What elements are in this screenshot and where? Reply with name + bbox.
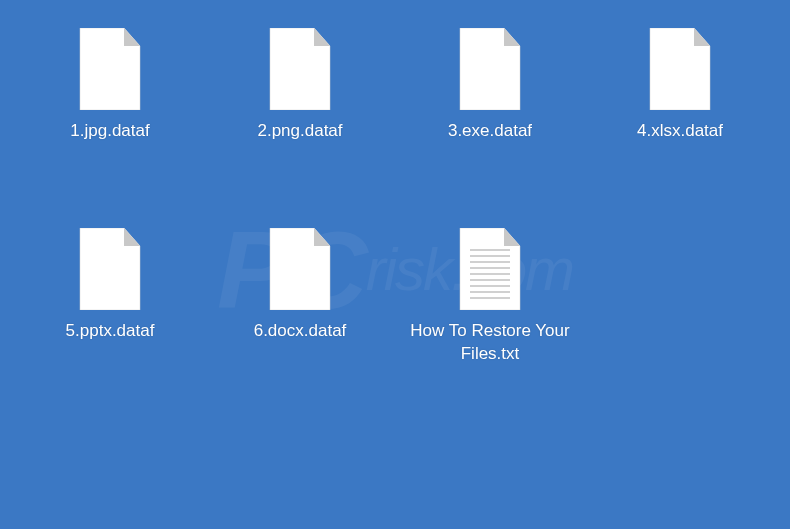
file-label: 6.docx.dataf <box>254 320 347 343</box>
file-item[interactable]: How To Restore Your Files.txt <box>400 228 580 428</box>
file-item[interactable]: 2.png.dataf <box>210 28 390 228</box>
file-label: 5.pptx.dataf <box>66 320 155 343</box>
blank-file-icon <box>458 28 522 110</box>
file-item[interactable]: 6.docx.dataf <box>210 228 390 428</box>
file-label: 3.exe.dataf <box>448 120 532 143</box>
file-item[interactable]: 1.jpg.dataf <box>20 28 200 228</box>
blank-file-icon <box>78 228 142 310</box>
desktop-area: 1.jpg.dataf 2.png.dataf 3.exe.dataf <box>0 0 790 428</box>
file-label: 2.png.dataf <box>257 120 342 143</box>
blank-file-icon <box>648 28 712 110</box>
file-label: 1.jpg.dataf <box>70 120 149 143</box>
file-item[interactable]: 4.xlsx.dataf <box>590 28 770 228</box>
file-label: 4.xlsx.dataf <box>637 120 723 143</box>
text-file-icon <box>458 228 522 310</box>
file-item[interactable]: 5.pptx.dataf <box>20 228 200 428</box>
file-item[interactable]: 3.exe.dataf <box>400 28 580 228</box>
blank-file-icon <box>78 28 142 110</box>
blank-file-icon <box>268 28 332 110</box>
blank-file-icon <box>268 228 332 310</box>
file-label: How To Restore Your Files.txt <box>405 320 575 366</box>
